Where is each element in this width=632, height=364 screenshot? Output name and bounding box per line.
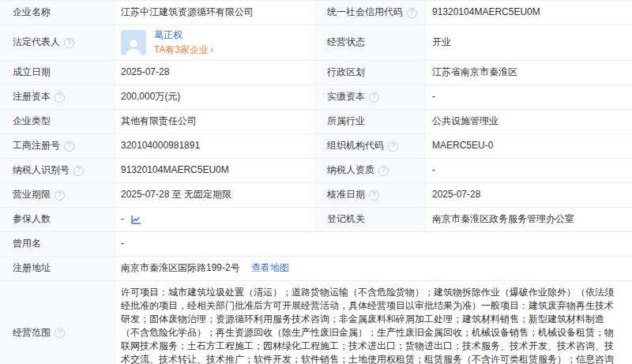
company-type-text: 其他有限责任公司 xyxy=(121,115,197,128)
field-value-industry: 公共设施管理业 xyxy=(426,110,632,133)
field-label-biz-term: 营业期限 ? xyxy=(0,183,115,207)
label-text: 成立日期 xyxy=(13,66,51,79)
field-value-paid-capital: - xyxy=(426,85,632,109)
table-row: 成立日期 2025-07-28 行政区划 江苏省南京市秦淮区 xyxy=(0,61,632,85)
label-text: 组织机构代码 xyxy=(327,140,384,152)
label-text: 行政区划 xyxy=(327,66,365,79)
field-value-biz-scope: 许可项目：城市建筑垃圾处置（清运）；道路货物运输（不含危险货物）；建筑物拆除作业… xyxy=(115,281,632,364)
label-text: 企业名称 xyxy=(13,6,51,19)
reg-authority-text: 南京市秦淮区政务服务管理办公室 xyxy=(432,213,574,226)
field-label-reg-address: 注册地址 xyxy=(0,257,115,280)
paid-capital-text: - xyxy=(432,91,435,103)
help-icon[interactable]: ? xyxy=(73,166,84,176)
label-text: 实缴资本 xyxy=(327,91,365,103)
label-text: 纳税人识别号 xyxy=(13,164,70,177)
help-icon[interactable]: ? xyxy=(64,141,74,152)
label-text: 注册资本 xyxy=(13,91,51,103)
field-value-reg-capital: 200,000万(元) xyxy=(115,85,316,109)
field-label-reg-number: 工商注册号 ? xyxy=(0,134,115,158)
field-label-admin-division: 行政区划 xyxy=(316,61,426,84)
field-label-former-name: 曾用名 xyxy=(0,232,115,256)
label-text: 所属行业 xyxy=(327,115,365,128)
taxpayer-id-text: 91320104MAERC5EU0M xyxy=(121,164,229,177)
table-row: 法定代表人 ? 葛正权 TA有3家企业 › xyxy=(0,25,632,61)
companies-link-text: TA有3家企业 xyxy=(154,44,209,57)
help-icon[interactable]: ? xyxy=(388,141,398,152)
table-row: 企业类型 其他有限责任公司 所属行业 公共设施管理业 xyxy=(0,110,632,134)
field-value-company-type: 其他有限责任公司 xyxy=(115,110,316,133)
view-map-link[interactable]: 查看地图 xyxy=(251,262,289,275)
label-text: 统一社会信用代码 xyxy=(327,6,403,19)
field-value-former-name: - xyxy=(115,232,632,256)
admin-division-text: 江苏省南京市秦淮区 xyxy=(432,66,517,79)
field-label-org-code: 组织机构代码 ? xyxy=(316,134,426,158)
field-label-taxpayer-id: 纳税人识别号 ? xyxy=(0,159,115,182)
table-row: 参保人数 - 登记机关 南京市秦淮区政务服务管理办公室 xyxy=(0,208,632,232)
person-icon xyxy=(124,36,143,55)
establish-date-text: 2025-07-28 xyxy=(121,66,169,79)
table-row: 经营范围 ? 许可项目：城市建筑垃圾处置（清运）；道路货物运输（不含危险货物）；… xyxy=(0,281,632,364)
field-label-approval-date: 核准日期 ? xyxy=(316,183,426,207)
biz-status-text: 开业 xyxy=(432,36,451,49)
taxpayer-quality-text: - xyxy=(432,164,435,177)
label-text: 企业类型 xyxy=(13,115,51,128)
field-value-credit-code: 91320104MAERC5EU0M xyxy=(426,1,632,24)
label-text: 经营范围 xyxy=(13,327,51,340)
table-row: 营业期限 ? 2025-07-28 至 无固定期限 核准日期 ? 2025-07… xyxy=(0,183,632,208)
biz-scope-text: 许可项目：城市建筑垃圾处置（清运）；道路货物运输（不含危险货物）；建筑物拆除作业… xyxy=(121,287,614,364)
field-label-company-type: 企业类型 xyxy=(0,110,115,133)
field-value-insured-count: - xyxy=(115,208,316,231)
field-value-legal-rep: 葛正权 TA有3家企业 › xyxy=(115,25,316,60)
help-icon[interactable]: ? xyxy=(55,190,65,201)
label-text: 注册地址 xyxy=(13,262,51,275)
table-row: 工商注册号 ? 320104000981891 组织机构代码 ? MAERC5E… xyxy=(0,134,632,159)
table-row: 曾用名 - xyxy=(0,232,632,257)
help-icon[interactable]: ? xyxy=(369,190,379,201)
field-value-reg-authority: 南京市秦淮区政务服务管理办公室 xyxy=(426,208,632,231)
field-value-establish-date: 2025-07-28 xyxy=(115,61,316,84)
label-text: 工商注册号 xyxy=(13,140,60,152)
biz-term-text: 2025-07-28 至 无固定期限 xyxy=(121,189,231,201)
help-icon[interactable]: ? xyxy=(407,8,417,18)
help-icon[interactable]: ? xyxy=(55,328,65,338)
field-value-taxpayer-quality: - xyxy=(426,159,632,182)
former-name-text: - xyxy=(121,238,124,250)
company-info-table: 企业名称 江苏中江建筑资源循环有限公司 统一社会信用代码 ? 91320104M… xyxy=(0,0,632,364)
legal-rep-name-link[interactable]: 葛正权 xyxy=(154,29,213,42)
field-value-biz-term: 2025-07-28 至 无固定期限 xyxy=(115,183,316,207)
help-icon[interactable]: ? xyxy=(64,38,74,48)
field-label-paid-capital: 实缴资本 ? xyxy=(316,85,426,109)
field-value-approval-date: 2025-07-28 xyxy=(426,183,632,207)
field-label-legal-rep: 法定代表人 ? xyxy=(0,25,115,60)
label-text: 登记机关 xyxy=(327,213,365,226)
label-text: 曾用名 xyxy=(13,238,41,250)
reg-capital-text: 200,000万(元) xyxy=(121,91,180,103)
label-text: 参保人数 xyxy=(13,213,51,226)
field-label-reg-authority: 登记机关 xyxy=(316,208,426,231)
legal-rep-companies-link[interactable]: TA有3家企业 › xyxy=(154,44,213,57)
avatar[interactable] xyxy=(121,30,146,55)
field-label-biz-status: 经营状态 xyxy=(316,25,426,60)
table-row: 纳税人识别号 ? 91320104MAERC5EU0M 纳税人资质 ? - xyxy=(0,159,632,183)
field-value-biz-status: 开业 xyxy=(426,25,632,60)
credit-code-text: 91320104MAERC5EU0M xyxy=(432,6,540,19)
table-row: 企业名称 江苏中江建筑资源循环有限公司 统一社会信用代码 ? 91320104M… xyxy=(0,1,632,25)
help-icon[interactable]: ? xyxy=(55,92,65,103)
field-label-establish-date: 成立日期 xyxy=(0,61,115,84)
chevron-right-icon: › xyxy=(210,45,213,54)
approval-date-text: 2025-07-28 xyxy=(432,189,480,201)
field-label-company-name: 企业名称 xyxy=(0,1,115,24)
company-name-text: 江苏中江建筑资源循环有限公司 xyxy=(121,6,254,19)
trend-chart-icon[interactable] xyxy=(130,215,141,225)
help-icon[interactable]: ? xyxy=(369,92,379,103)
industry-text: 公共设施管理业 xyxy=(432,115,498,128)
label-text: 法定代表人 xyxy=(13,36,60,49)
label-text: 核准日期 xyxy=(327,189,365,201)
field-label-insured-count: 参保人数 xyxy=(0,208,115,231)
field-label-biz-scope: 经营范围 ? xyxy=(0,281,115,364)
field-value-reg-number: 320104000981891 xyxy=(115,134,316,158)
insured-count-text: - xyxy=(121,213,124,226)
help-icon[interactable]: ? xyxy=(378,166,389,176)
field-label-taxpayer-quality: 纳税人资质 ? xyxy=(316,159,426,182)
org-code-text: MAERC5EU-0 xyxy=(432,140,493,152)
